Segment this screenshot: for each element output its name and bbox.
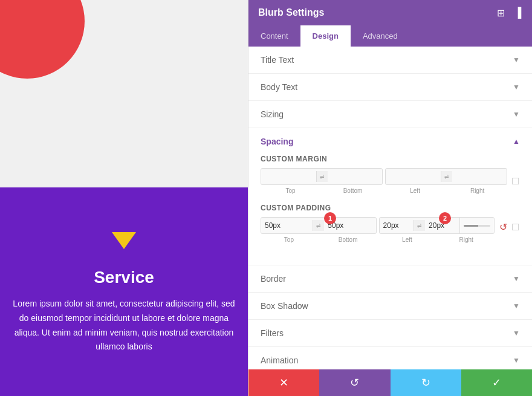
sizing-chevron: ▼	[513, 110, 520, 118]
sizing-label: Sizing	[261, 109, 284, 119]
padding-left-label: Left	[379, 236, 436, 243]
margin-left-label: Left	[385, 187, 445, 194]
margin-bottom-label: Bottom	[323, 187, 383, 194]
padding-top-input[interactable]	[261, 218, 313, 233]
padding-top-bottom-group: ⇌	[261, 217, 377, 234]
custom-margin-group: Custom Margin ⇌ ⇌	[261, 155, 520, 194]
accordion-header-border[interactable]: Border ▼	[248, 265, 532, 292]
margin-desktop-icon[interactable]: □	[511, 174, 520, 189]
tab-advanced[interactable]: Advanced	[351, 25, 410, 47]
settings-columns-icon[interactable]: ▐	[513, 6, 522, 20]
margin-link-icon-2[interactable]: ⇌	[441, 171, 452, 182]
margin-bottom-input[interactable]	[328, 169, 383, 184]
body-text-label: Body Text	[261, 82, 297, 92]
margin-top-label: Top	[261, 187, 320, 194]
accordion-title-text: Title Text ▼	[248, 47, 532, 74]
padding-actions: ↺ □	[498, 219, 520, 235]
margin-link-icon[interactable]: ⇌	[316, 171, 328, 182]
badge-1: 1	[324, 212, 336, 224]
custom-margin-label: Custom Margin	[261, 155, 520, 163]
preview-top	[0, 0, 248, 187]
animation-label: Animation	[261, 355, 298, 365]
settings-content: Title Text ▼ Body Text ▼ Sizing ▼ Spacin…	[248, 47, 532, 369]
padding-labels: Top Bottom Left Right	[261, 236, 495, 243]
undo-button[interactable]: ↺	[319, 369, 390, 396]
accordion-header-box-shadow[interactable]: Box Shadow ▼	[248, 293, 532, 319]
margin-right-input[interactable]	[452, 169, 507, 184]
padding-link-icon-2[interactable]: ⇌	[414, 220, 425, 231]
accordion-filters: Filters ▼	[248, 320, 532, 347]
margin-left-right-group: ⇌	[385, 168, 507, 185]
margin-labels: Top Bottom Left Right	[261, 187, 507, 194]
body-text-chevron: ▼	[513, 83, 520, 91]
padding-reset-btn[interactable]: ↺	[498, 219, 508, 235]
border-label: Border	[261, 274, 286, 284]
settings-title: Blurb Settings	[258, 7, 324, 18]
decorative-circle	[0, 0, 85, 79]
padding-left-right-group: ⇌	[379, 217, 495, 234]
border-chevron: ▼	[513, 274, 520, 283]
settings-tabs: Content Design Advanced	[248, 25, 532, 47]
custom-padding-group: Custom Padding 1 2 ⇌	[261, 204, 520, 243]
preview-title: Service	[94, 268, 154, 287]
margin-left-input[interactable]	[386, 169, 441, 184]
title-text-label: Title Text	[261, 55, 294, 65]
margin-top-input[interactable]	[261, 169, 316, 184]
header-icons: ⊞ ▐	[496, 6, 522, 20]
tab-design[interactable]: Design	[300, 25, 351, 47]
spacing-label: Spacing	[261, 137, 293, 146]
padding-link-icon-1[interactable]: ⇌	[313, 220, 324, 231]
accordion-box-shadow: Box Shadow ▼	[248, 293, 532, 320]
padding-slider-area	[460, 225, 495, 227]
filters-label: Filters	[261, 328, 284, 338]
accordion-header-spacing[interactable]: Spacing ▲	[248, 128, 532, 155]
settings-grid-icon[interactable]: ⊞	[496, 6, 506, 20]
cancel-button[interactable]: ✕	[248, 369, 319, 396]
preview-bottom: Service Lorem ipsum dolor sit amet, cons…	[0, 187, 248, 396]
service-icon	[112, 229, 136, 256]
padding-right-label: Right	[438, 236, 495, 243]
padding-top-label: Top	[261, 236, 317, 243]
accordion-header-animation[interactable]: Animation ▼	[248, 347, 532, 369]
settings-header: Blurb Settings ⊞ ▐	[248, 0, 532, 25]
accordion-animation: Animation ▼	[248, 347, 532, 369]
margin-top-bottom-group: ⇌	[261, 168, 383, 185]
spacing-chevron: ▲	[513, 137, 520, 146]
accordion-sizing: Sizing ▼	[248, 101, 532, 128]
padding-desktop-icon[interactable]: □	[511, 219, 520, 235]
redo-button[interactable]: ↻	[391, 369, 461, 396]
accordion-body-text: Body Text ▼	[248, 74, 532, 101]
accordion-header-title-text[interactable]: Title Text ▼	[248, 47, 532, 73]
preview-panel: Service Lorem ipsum dolor sit amet, cons…	[0, 0, 248, 396]
margin-right-label: Right	[447, 187, 507, 194]
spacing-content: Custom Margin ⇌ ⇌	[248, 155, 532, 265]
accordion-header-body-text[interactable]: Body Text ▼	[248, 74, 532, 100]
svg-marker-0	[112, 232, 136, 249]
box-shadow-chevron: ▼	[513, 302, 520, 310]
accordion-spacing: Spacing ▲ Custom Margin ⇌	[248, 128, 532, 265]
settings-panel: Blurb Settings ⊞ ▐ Content Design Advanc…	[248, 0, 532, 396]
preview-body: Lorem ipsum dolor sit amet, consectetur …	[12, 297, 236, 354]
accordion-header-filters[interactable]: Filters ▼	[248, 320, 532, 346]
accordion-border: Border ▼	[248, 265, 532, 293]
save-button[interactable]: ✓	[461, 369, 532, 396]
animation-chevron: ▼	[513, 356, 520, 365]
padding-left-input[interactable]	[380, 218, 414, 233]
accordion-header-sizing[interactable]: Sizing ▼	[248, 101, 532, 128]
padding-slider-track	[464, 225, 491, 227]
filters-chevron: ▼	[513, 329, 520, 337]
action-bar: ✕ ↺ ↻ ✓	[248, 369, 532, 396]
badge-2: 2	[439, 212, 451, 224]
padding-bottom-label: Bottom	[320, 236, 377, 243]
box-shadow-label: Box Shadow	[261, 301, 308, 311]
tab-content[interactable]: Content	[248, 25, 300, 47]
custom-padding-label: Custom Padding	[261, 204, 520, 212]
title-text-chevron: ▼	[513, 56, 520, 64]
